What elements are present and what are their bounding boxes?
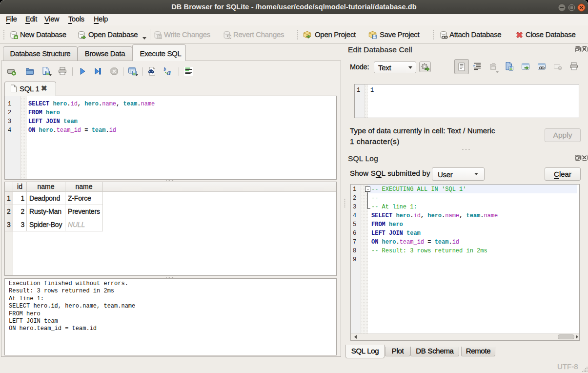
svg-text:a: a bbox=[167, 68, 171, 76]
svg-text:b: b bbox=[164, 67, 166, 72]
